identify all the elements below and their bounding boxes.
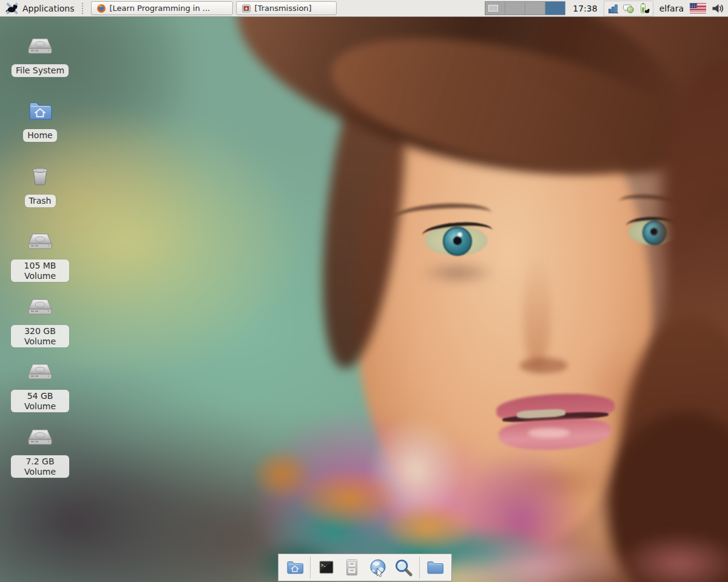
desktop-icon-105mb-volume[interactable]: 105 MB Volume — [11, 227, 69, 282]
desktop-icon-label: 320 GB Volume — [11, 325, 69, 347]
harddisk-icon — [25, 32, 55, 61]
desktop-wallpaper — [0, 0, 728, 582]
desktop-icon-label: 7.2 GB Volume — [11, 455, 69, 478]
desktop-icon-label: Trash — [25, 195, 56, 207]
nose-base-shadow — [519, 358, 568, 373]
workspace-4-active[interactable] — [545, 2, 565, 15]
workspace-2[interactable] — [505, 2, 525, 15]
desktop-icon-home[interactable]: Home — [11, 96, 69, 142]
home-folder-icon — [25, 96, 55, 125]
dock-item-file-manager[interactable] — [342, 557, 362, 578]
desktop-icon-label: 105 MB Volume — [11, 259, 69, 282]
desktop-icon-72gb-volume[interactable]: 7.2 GB Volume — [11, 423, 69, 478]
applications-menu-button[interactable]: Applications — [0, 0, 80, 16]
file-cabinet-icon — [342, 557, 362, 578]
desktop-icon-320gb-volume[interactable]: 320 GB Volume — [11, 292, 69, 347]
top-panel: Applications [Learn Programming in ... [… — [0, 0, 728, 17]
scarf-orange-strand-2 — [382, 503, 473, 552]
scarf-orange-strand-3 — [252, 449, 312, 500]
trash-icon — [25, 162, 55, 191]
harddisk-icon — [25, 423, 55, 452]
workspace-window-outline — [488, 5, 498, 12]
desktop-icon-file-system[interactable]: File System — [11, 32, 69, 77]
dock-launcher-bar — [278, 554, 452, 581]
firefox-icon — [96, 4, 106, 13]
terminal-icon — [316, 557, 337, 578]
power-manager-icon[interactable] — [638, 2, 650, 15]
workspace-switcher — [485, 1, 565, 15]
taskbar-button-label: [Learn Programming in ... — [110, 4, 211, 13]
panel-handle-separator — [82, 3, 86, 14]
system-tray — [604, 1, 653, 16]
lip-gloss-highlight — [528, 428, 570, 438]
desktop-icon-label: Home — [23, 129, 56, 142]
harddisk-icon — [25, 292, 55, 321]
left-eye-pupil — [453, 236, 462, 245]
workspace-3[interactable] — [525, 2, 545, 15]
dock-item-folder[interactable] — [425, 557, 445, 578]
left-eye — [425, 226, 488, 256]
harddisk-icon — [25, 357, 55, 386]
home-folder-icon — [285, 557, 305, 578]
dock-item-web-browser[interactable] — [368, 557, 388, 578]
taskbar-button-label: [Transmission] — [255, 4, 312, 13]
desktop-icon-label: 54 GB Volume — [11, 390, 69, 412]
globe-browser-icon — [368, 557, 388, 578]
right-eye-pupil — [650, 228, 658, 235]
dock-separator — [310, 557, 311, 578]
messaging-icon[interactable] — [622, 2, 635, 15]
dock-item-terminal[interactable] — [316, 557, 337, 578]
dock-separator — [419, 557, 420, 578]
harddisk-icon — [25, 227, 55, 256]
desktop-icon-trash[interactable]: Trash — [11, 162, 69, 207]
nose-shadow — [523, 255, 551, 370]
left-eye-highlight — [457, 232, 462, 237]
dock-item-application-finder[interactable] — [393, 557, 414, 578]
system-monitor-icon[interactable] — [607, 2, 619, 15]
speaker-volume-icon[interactable] — [711, 2, 724, 15]
desktop-icon-label: File System — [12, 64, 69, 77]
workspace-1[interactable] — [485, 2, 505, 15]
flag-canton — [690, 3, 697, 8]
transmission-icon — [241, 4, 251, 13]
clock[interactable]: 17:38 — [573, 4, 597, 13]
left-eye-shadow — [419, 261, 497, 285]
dock-item-home-directory[interactable] — [285, 557, 305, 578]
taskbar-button-firefox[interactable]: [Learn Programming in ... — [91, 1, 233, 15]
us-flag-keyboard-layout-icon[interactable] — [690, 3, 706, 13]
desktop-icon-54gb-volume[interactable]: 54 GB Volume — [11, 357, 69, 412]
username-label: elfara — [659, 4, 684, 13]
folder-icon — [425, 557, 445, 578]
taskbar-button-transmission[interactable]: [Transmission] — [236, 1, 337, 15]
applications-menu-label: Applications — [22, 4, 75, 13]
magnifier-icon — [393, 557, 414, 578]
xfce-mouse-logo-icon — [5, 2, 19, 15]
